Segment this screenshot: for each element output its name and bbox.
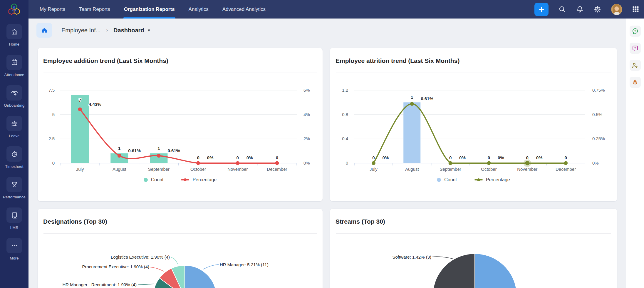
- sidebar-item-label: Onboarding: [0, 103, 28, 108]
- svg-text:?: ?: [634, 46, 636, 50]
- svg-text:November: November: [227, 167, 248, 172]
- tab-organization-reports[interactable]: Organization Reports: [124, 0, 175, 19]
- tab-advanced-analytics[interactable]: Advanced Analytics: [222, 0, 266, 19]
- breadcrumb-module[interactable]: Employee Inf...: [61, 27, 100, 34]
- right-help-rail: ? ?: [626, 19, 644, 288]
- tab-team-reports[interactable]: Team Reports: [79, 0, 110, 19]
- svg-text:0%: 0%: [382, 155, 389, 160]
- main-content: Employee Inf... › Dashboard ▼ Employee a…: [28, 19, 626, 288]
- home-icon: [41, 27, 48, 34]
- top-tabs: My Reports Team Reports Organization Rep…: [40, 0, 266, 19]
- svg-text:4.43%: 4.43%: [89, 102, 101, 107]
- designations-pie-chart[interactable]: HR Manager: 5.21% (11)Logistics Executiv…: [38, 209, 323, 288]
- streams-pie-chart[interactable]: Software: 1.42% (3): [330, 209, 617, 288]
- sidebar-item-label: Home: [0, 42, 28, 46]
- legend-label: Count: [444, 177, 457, 182]
- legend-item-percentage[interactable]: Percentage: [181, 177, 217, 182]
- svg-text:Logistics Executive: 1.90% (4): Logistics Executive: 1.90% (4): [111, 254, 170, 259]
- attendance-calendar-icon: [11, 58, 18, 66]
- help-chat-icon: ?: [632, 28, 639, 35]
- rocket-icon: [631, 79, 639, 86]
- svg-text:1: 1: [157, 146, 160, 151]
- user-referral-icon: [631, 62, 639, 69]
- svg-text:September: September: [148, 167, 170, 172]
- sidebar-item-attendance[interactable]: Attendance: [0, 55, 28, 85]
- zoho-people-logo[interactable]: [5, 2, 23, 17]
- svg-text:0.75%: 0.75%: [592, 88, 605, 93]
- svg-text:0: 0: [564, 155, 567, 160]
- svg-text:0: 0: [197, 155, 199, 160]
- chart-legend: CountPercentage: [330, 177, 617, 182]
- sidebar-item-leave[interactable]: Leave: [0, 116, 28, 146]
- help-chat-button[interactable]: ?: [630, 26, 641, 37]
- sidebar-item-home[interactable]: Home: [0, 24, 28, 55]
- legend-item-count[interactable]: Count: [144, 177, 164, 182]
- sidebar-item-more[interactable]: More: [0, 238, 28, 269]
- breadcrumb: Employee Inf... › Dashboard ▼: [36, 23, 151, 38]
- svg-text:1.2: 1.2: [342, 88, 348, 93]
- handshake-icon: [11, 89, 18, 97]
- book-icon: [11, 211, 18, 219]
- user-avatar[interactable]: [611, 4, 622, 15]
- sidebar-item-label: Timesheet: [0, 164, 28, 169]
- plus-icon: [538, 6, 545, 13]
- svg-text:?: ?: [634, 29, 636, 33]
- tab-my-reports[interactable]: My Reports: [40, 0, 65, 19]
- sidebar-item-timesheet[interactable]: Timesheet: [0, 146, 28, 177]
- svg-text:0: 0: [449, 155, 452, 160]
- legend-marker: [144, 178, 148, 182]
- svg-text:7.5: 7.5: [48, 88, 55, 93]
- svg-text:0%: 0%: [536, 155, 543, 160]
- sidebar-item-performance[interactable]: Performance: [0, 177, 28, 207]
- sidebar-item-label: More: [0, 256, 28, 260]
- svg-text:December: December: [267, 167, 287, 172]
- svg-text:0.25%: 0.25%: [592, 136, 605, 141]
- legend-marker: [437, 178, 441, 182]
- svg-text:December: December: [556, 167, 576, 172]
- svg-text:July: July: [76, 167, 84, 172]
- tab-analytics[interactable]: Analytics: [189, 0, 209, 19]
- svg-text:6%: 6%: [303, 88, 310, 93]
- sidebar-item-onboarding[interactable]: Onboarding: [0, 85, 28, 116]
- svg-text:0: 0: [237, 155, 239, 160]
- sidebar-item-label: Attendance: [0, 73, 28, 77]
- svg-text:0.61%: 0.61%: [128, 148, 141, 153]
- home-icon: [11, 28, 18, 36]
- svg-text:November: November: [517, 167, 537, 172]
- apps-grid-icon[interactable]: [632, 6, 639, 13]
- svg-text:October: October: [481, 167, 497, 172]
- chart-legend: CountPercentage: [38, 177, 323, 182]
- svg-text:Software: 1.42% (3): Software: 1.42% (3): [392, 254, 431, 259]
- svg-text:HR Manager: 5.21% (11): HR Manager: 5.21% (11): [220, 262, 269, 267]
- svg-text:0%: 0%: [498, 155, 504, 160]
- bell-icon[interactable]: [576, 5, 584, 13]
- legend-item-percentage[interactable]: Percentage: [474, 177, 510, 182]
- svg-text:0.4: 0.4: [342, 136, 348, 141]
- referral-button[interactable]: [630, 60, 641, 71]
- svg-text:0%: 0%: [207, 155, 214, 160]
- stopwatch-icon: [11, 150, 18, 158]
- svg-text:Procurement Executive: 1.90% (: Procurement Executive: 1.90% (4): [82, 264, 149, 269]
- sidebar-item-label: LMS: [0, 225, 28, 230]
- svg-text:0: 0: [526, 155, 529, 160]
- whats-new-button[interactable]: [630, 77, 641, 88]
- legend-item-count[interactable]: Count: [437, 177, 457, 182]
- gear-icon[interactable]: [593, 5, 601, 13]
- beach-umbrella-icon: [11, 120, 18, 127]
- svg-text:0.8: 0.8: [342, 112, 348, 117]
- breadcrumb-home-button[interactable]: [36, 23, 52, 38]
- breadcrumb-chevron-icon: ›: [106, 27, 108, 33]
- dashboard-dropdown-caret-icon[interactable]: ▼: [147, 28, 151, 33]
- sidebar-item-lms[interactable]: LMS: [0, 207, 28, 238]
- svg-text:5: 5: [52, 112, 55, 117]
- svg-text:0%: 0%: [592, 160, 599, 165]
- card-streams-top30: Streams (Top 30) Software: 1.42% (3): [330, 209, 617, 288]
- search-icon[interactable]: [558, 5, 566, 13]
- svg-text:1: 1: [118, 146, 120, 151]
- sidebar-nav: Home Attendance Onboarding Leave: [0, 24, 28, 269]
- svg-text:2%: 2%: [303, 136, 310, 141]
- faq-button[interactable]: ?: [630, 43, 641, 54]
- add-button[interactable]: [534, 3, 549, 16]
- breadcrumb-page[interactable]: Dashboard: [113, 27, 144, 34]
- sidebar-item-label: Leave: [0, 134, 28, 138]
